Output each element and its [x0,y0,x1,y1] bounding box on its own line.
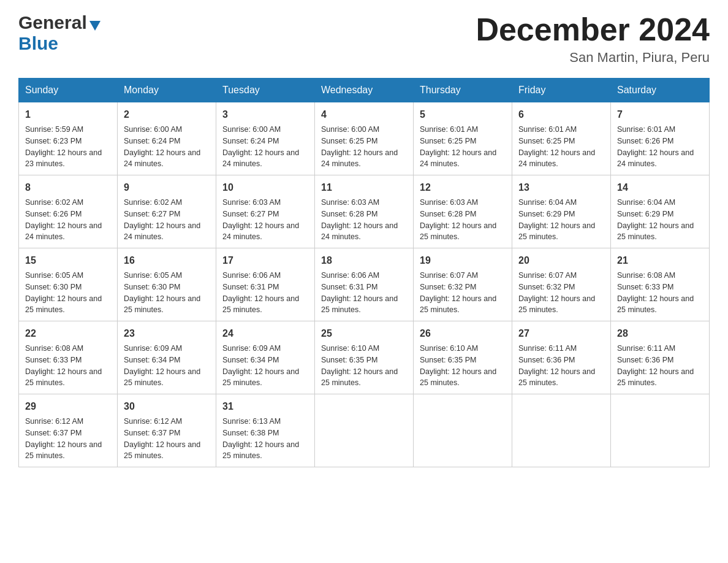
week-row: 1Sunrise: 5:59 AMSunset: 6:23 PMDaylight… [19,102,710,175]
calendar-cell: 11Sunrise: 6:03 AMSunset: 6:28 PMDayligh… [315,175,414,248]
day-info: Sunrise: 6:12 AMSunset: 6:37 PMDaylight:… [25,416,111,462]
day-number: 16 [124,253,210,268]
daylight-text: Daylight: 12 hours and 25 minutes. [321,366,407,389]
sunrise-text: Sunrise: 6:09 AM [222,343,308,354]
day-number: 21 [617,253,703,268]
header-sunday: Sunday [19,79,118,102]
daylight-text: Daylight: 12 hours and 25 minutes. [222,293,308,316]
day-info: Sunrise: 6:11 AMSunset: 6:36 PMDaylight:… [518,343,604,389]
sunset-text: Sunset: 6:30 PM [25,282,111,293]
daylight-text: Daylight: 12 hours and 25 minutes. [25,293,111,316]
calendar-cell: 23Sunrise: 6:09 AMSunset: 6:34 PMDayligh… [118,321,216,394]
calendar-cell: 22Sunrise: 6:08 AMSunset: 6:33 PMDayligh… [19,321,118,394]
sunrise-text: Sunrise: 6:00 AM [222,124,308,136]
daylight-text: Daylight: 12 hours and 25 minutes. [420,366,506,389]
sunset-text: Sunset: 6:35 PM [420,354,506,366]
day-number: 15 [25,253,111,268]
calendar-cell [315,394,414,467]
calendar-cell: 30Sunrise: 6:12 AMSunset: 6:37 PMDayligh… [118,394,216,467]
sunrise-text: Sunrise: 6:13 AM [222,416,308,427]
day-info: Sunrise: 6:12 AMSunset: 6:37 PMDaylight:… [124,416,210,462]
day-info: Sunrise: 6:13 AMSunset: 6:38 PMDaylight:… [222,416,308,462]
sunset-text: Sunset: 6:34 PM [124,354,210,366]
day-info: Sunrise: 6:03 AMSunset: 6:28 PMDaylight:… [321,197,407,243]
sunrise-text: Sunrise: 6:04 AM [617,197,703,209]
sunrise-text: Sunrise: 6:02 AM [25,197,111,209]
day-number: 22 [25,326,111,341]
sunrise-text: Sunrise: 6:05 AM [124,270,210,282]
calendar-cell: 5Sunrise: 6:01 AMSunset: 6:25 PMDaylight… [414,102,512,175]
sunrise-text: Sunrise: 6:06 AM [222,270,308,282]
sunrise-text: Sunrise: 6:07 AM [518,270,604,282]
calendar-cell: 31Sunrise: 6:13 AMSunset: 6:38 PMDayligh… [216,394,315,467]
week-row: 8Sunrise: 6:02 AMSunset: 6:26 PMDaylight… [19,175,710,248]
day-number: 19 [420,253,506,268]
sunset-text: Sunset: 6:31 PM [222,282,308,293]
sunrise-text: Sunrise: 6:05 AM [25,270,111,282]
daylight-text: Daylight: 12 hours and 25 minutes. [25,366,111,389]
day-number: 4 [321,107,407,122]
calendar-cell: 1Sunrise: 5:59 AMSunset: 6:23 PMDaylight… [19,102,118,175]
calendar-cell: 15Sunrise: 6:05 AMSunset: 6:30 PMDayligh… [19,248,118,321]
sunset-text: Sunset: 6:25 PM [420,136,506,147]
sunrise-text: Sunrise: 6:01 AM [518,124,604,136]
day-number: 1 [25,107,111,122]
daylight-text: Daylight: 12 hours and 25 minutes. [420,293,506,316]
sunset-text: Sunset: 6:28 PM [321,209,407,220]
sunrise-text: Sunrise: 6:08 AM [25,343,111,354]
day-info: Sunrise: 6:01 AMSunset: 6:25 PMDaylight:… [518,124,604,170]
sunset-text: Sunset: 6:31 PM [321,282,407,293]
daylight-text: Daylight: 12 hours and 24 minutes. [518,147,604,170]
day-number: 6 [518,107,604,122]
day-info: Sunrise: 6:11 AMSunset: 6:36 PMDaylight:… [617,343,703,389]
sunrise-text: Sunrise: 6:11 AM [518,343,604,354]
day-number: 23 [124,326,210,341]
calendar-cell: 14Sunrise: 6:04 AMSunset: 6:29 PMDayligh… [611,175,710,248]
sunrise-text: Sunrise: 6:09 AM [124,343,210,354]
calendar-cell: 12Sunrise: 6:03 AMSunset: 6:28 PMDayligh… [414,175,512,248]
sunset-text: Sunset: 6:36 PM [518,354,604,366]
day-info: Sunrise: 6:03 AMSunset: 6:28 PMDaylight:… [420,197,506,243]
sunset-text: Sunset: 6:24 PM [124,136,210,147]
daylight-text: Daylight: 12 hours and 23 minutes. [25,147,111,170]
daylight-text: Daylight: 12 hours and 25 minutes. [617,220,703,243]
calendar-cell: 2Sunrise: 6:00 AMSunset: 6:24 PMDaylight… [118,102,216,175]
sunset-text: Sunset: 6:35 PM [321,354,407,366]
month-title: December 2024 [476,12,710,47]
day-number: 5 [420,107,506,122]
day-info: Sunrise: 6:00 AMSunset: 6:24 PMDaylight:… [222,124,308,170]
daylight-text: Daylight: 12 hours and 25 minutes. [617,366,703,389]
day-info: Sunrise: 6:02 AMSunset: 6:27 PMDaylight:… [124,197,210,243]
calendar-cell: 9Sunrise: 6:02 AMSunset: 6:27 PMDaylight… [118,175,216,248]
daylight-text: Daylight: 12 hours and 25 minutes. [124,293,210,316]
calendar-cell: 7Sunrise: 6:01 AMSunset: 6:26 PMDaylight… [611,102,710,175]
sunrise-text: Sunrise: 6:12 AM [25,416,111,427]
calendar-cell: 18Sunrise: 6:06 AMSunset: 6:31 PMDayligh… [315,248,414,321]
sunset-text: Sunset: 6:26 PM [617,136,703,147]
sunrise-text: Sunrise: 6:01 AM [617,124,703,136]
sunrise-text: Sunrise: 6:07 AM [420,270,506,282]
sunset-text: Sunset: 6:33 PM [617,282,703,293]
sunrise-text: Sunrise: 6:02 AM [124,197,210,209]
day-info: Sunrise: 6:10 AMSunset: 6:35 PMDaylight:… [321,343,407,389]
calendar-cell: 8Sunrise: 6:02 AMSunset: 6:26 PMDaylight… [19,175,118,248]
sunset-text: Sunset: 6:29 PM [617,209,703,220]
calendar-cell: 29Sunrise: 6:12 AMSunset: 6:37 PMDayligh… [19,394,118,467]
sunrise-text: Sunrise: 6:10 AM [420,343,506,354]
header-wednesday: Wednesday [315,79,414,102]
day-info: Sunrise: 6:02 AMSunset: 6:26 PMDaylight:… [25,197,111,243]
header-tuesday: Tuesday [216,79,315,102]
day-number: 13 [518,180,604,195]
calendar-cell: 13Sunrise: 6:04 AMSunset: 6:29 PMDayligh… [512,175,611,248]
day-info: Sunrise: 6:08 AMSunset: 6:33 PMDaylight:… [25,343,111,389]
sunset-text: Sunset: 6:30 PM [124,282,210,293]
day-number: 20 [518,253,604,268]
day-info: Sunrise: 6:08 AMSunset: 6:33 PMDaylight:… [617,270,703,316]
day-info: Sunrise: 6:03 AMSunset: 6:27 PMDaylight:… [222,197,308,243]
daylight-text: Daylight: 12 hours and 24 minutes. [25,220,111,243]
sunrise-text: Sunrise: 6:00 AM [124,124,210,136]
sunrise-text: Sunrise: 6:06 AM [321,270,407,282]
sunset-text: Sunset: 6:25 PM [518,136,604,147]
day-info: Sunrise: 6:10 AMSunset: 6:35 PMDaylight:… [420,343,506,389]
calendar-cell: 10Sunrise: 6:03 AMSunset: 6:27 PMDayligh… [216,175,315,248]
